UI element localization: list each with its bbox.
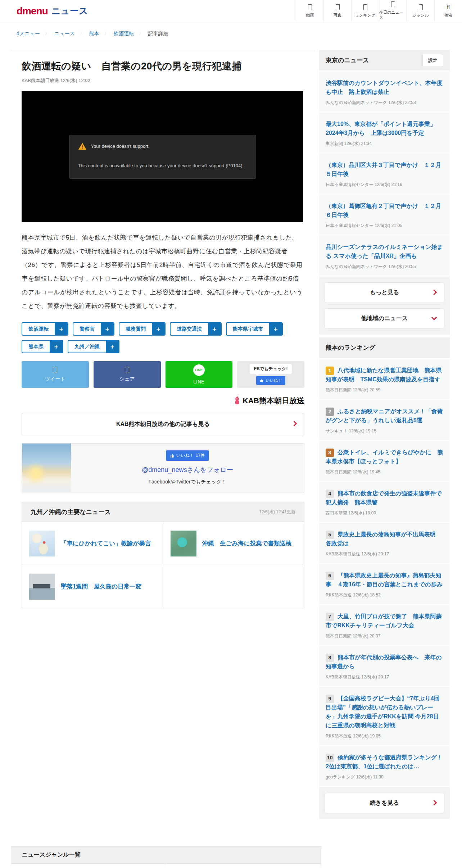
line-share-button[interactable]: LINE LINE [166,361,233,388]
see-more-button[interactable]: もっと見る [325,282,444,303]
settings-button[interactable]: 設定 [422,54,443,67]
news-thumbnail-sea [171,531,196,556]
today-news-icon [391,1,395,7]
ranking-item-4[interactable]: 4熊本市の飲食店で発生の強盗未遂事件で犯人摘発 熊本県警 西日本新聞 12/6(… [319,482,450,522]
tokyo-news-header: 東京のニュース 設定 [319,50,450,71]
news-time: 12/6(水) 11:30 [356,774,384,780]
ranking-item-3[interactable]: 3公衆トイレ、イルミできらびやかに 熊本県水俣市【ほっとフォト】 熊本日日新聞 … [319,441,450,481]
thumbs-up-icon [170,454,175,458]
tokyo-news-item-4[interactable]: （東京）葛飾区亀有２丁目で声かけ １２月６日午後 日本不審者情報センター 12/… [319,195,450,235]
news-time: 12/6(水) 20:17 [361,674,389,680]
tokyo-news-item-1[interactable]: 渋谷駅前のカウントダウンイベント、本年度も中止 路上飲酒は禁止 みんなの経済新聞… [319,72,450,112]
news-time: 12/6(水) 20:55 [388,264,416,269]
kyushu-news-grid: 「車にひかれてこい」教諭が暴言 沖縄 生ごみ海に投棄で書類送検 墜落1週間 屋久… [22,522,304,608]
add-tag-icon[interactable]: ＋ [208,323,221,335]
continue-button[interactable]: 続きを見る [325,793,444,813]
breadcrumb-kumamoto[interactable]: 熊本 [89,31,99,37]
tag-drunk-driving[interactable]: 飲酒運転 ＋ [22,322,68,336]
nav-item-genre[interactable]: ジャンル [407,0,434,22]
genre-list-header: ニュースジャンル一覧 [11,846,321,864]
add-tag-icon[interactable]: ＋ [269,323,282,335]
tag-kumamoto-pref[interactable]: 熊本県 ＋ [22,340,63,353]
nav-label: ランキング [355,13,375,18]
tokyo-news-item-5[interactable]: 品川シーズンテラスのイルミネーション始まる スマホ使った「品川XR」企画も みん… [319,236,450,276]
ranking-icon [363,4,367,10]
follow-like-button[interactable]: いいね！ 17件 [166,450,209,461]
rank-badge: 9 [326,695,334,703]
news-time: 12/6(水) 22:53 [388,100,416,105]
tag-kyushu-okinawa[interactable]: 九州／沖縄 ＋ [68,340,119,353]
breadcrumb-drunk-driving[interactable]: 飲酒運転 [114,31,134,37]
nav-item-ranking[interactable]: ランキング [351,0,379,22]
nav-item-photo[interactable]: 写真 [323,0,351,22]
add-tag-icon[interactable]: ＋ [152,323,165,335]
dmenu-logo-brand: dmenu [17,5,48,17]
news-source: 熊本日日新聞 [326,633,352,638]
tag-police-officer[interactable]: 警察官 ＋ [73,322,114,336]
rank-badge: 8 [326,654,334,662]
nav-item-video[interactable]: 動画 [296,0,323,22]
nav-item-today-news[interactable]: 今日のニュース [379,0,407,22]
rank-badge: 1 [326,367,334,375]
ranking-item-6[interactable]: 6『熊本県政史上最長の知事』蒲島郁夫知事 ４期16年・節目の言葉とこれまでの歩み… [319,564,450,604]
video-error-message: This content is unavailable to you becau… [78,163,247,168]
news-source: サンキュ！ [326,428,348,433]
tokyo-news-item-3[interactable]: （東京）品川区大井３丁目で声かけ １２月５日午後 日本不審者情報センター 12/… [319,154,450,194]
nav-label: 検索 [444,13,452,18]
ranking-item-10[interactable]: 10倹約家が多そうな都道府県ランキング！2位は東京都、1位に選ばれたのは… go… [319,746,450,786]
article-column: 飲酒運転の疑い 自営業の20代の男を現行犯逮捕 KAB熊本朝日放送 12/6(水… [11,50,315,623]
facebook-like-button[interactable]: いいね！ [256,376,285,385]
add-tag-icon[interactable]: ＋ [50,341,63,353]
news-time: 12/6(水) 19:45 [353,469,380,474]
news-time: 12/6(水) 18:52 [353,592,381,597]
tweet-button[interactable]: ツイート [22,361,89,388]
breadcrumb: dメニュー 〉 ニュース 〉 熊本 〉 飲酒運転 〉 記事詳細 [0,22,462,45]
follow-dmenu-news-link[interactable]: @dmenu_newsさんをフォロー [142,465,233,474]
kyushu-news-item-1[interactable]: 「車にひかれてこい」教諭が暴言 [22,522,163,565]
ranking-item-2[interactable]: 2ふるさと納税マニアがオススメ！「食費がグンと下がる」うれしい返礼品5選 サンキ… [319,400,450,440]
add-tag-icon[interactable]: ＋ [55,323,68,335]
ranking-item-1[interactable]: 1八代地域に新たな県営工業団地 熊本県知事が表明 TSMC効果の県南波及を目指す… [319,359,450,399]
dmenu-logo[interactable]: dmenu ニュース [0,0,88,22]
nav-item-search[interactable]: fl 検索 [434,0,462,22]
breadcrumb-news[interactable]: ニュース [54,31,75,37]
ranking-item-8[interactable]: 8熊本市が年代別の投票率公表へ 来年の知事選から KAB熊本朝日放送 12/6(… [319,646,450,686]
chevron-right-icon [291,421,297,427]
provider-row: KAB熊本朝日放送 [22,396,304,406]
tag-road-traffic-law[interactable]: 道路交通法 ＋ [170,322,222,336]
tokyo-news-title: 東京のニュース [326,56,369,64]
kumamoto-ranking-header: 熊本のランキング [319,337,450,358]
tokyo-news-footer-buttons: もっと見る 他地域のニュース [319,277,450,335]
ranking-item-5[interactable]: 5県政史上最長の蒲島知事が不出馬表明 各政党は KAB熊本朝日放送 12/6(水… [319,523,450,563]
ranking-item-7[interactable]: 7大里、竹田プロが技で魅了 熊本県阿蘇市でRKKチャリティーゴルフ大会 熊本日日… [319,605,450,645]
video-player[interactable]: ! Your device doesn't support. This cont… [22,91,303,222]
facebook-check-widget: FBでもチェック! いいね！ [237,361,304,388]
dmenu-logo-service: ニュース [51,5,88,17]
tokyo-news-item-2[interactable]: 最大10%、東京都が「ポイント還元事業」2024年3月から 上限は3000円を予… [319,113,450,153]
tag-police-questioning[interactable]: 職務質問 ＋ [119,322,166,336]
tag-uki-city[interactable]: 熊本県宇城市 ＋ [226,322,283,336]
news-time: 12/6(水) 21:34 [344,141,372,146]
facebook-share-button[interactable]: シェア [94,361,161,388]
kyushu-news-item-2[interactable]: 沖縄 生ごみ海に投棄で書類送検 [163,522,305,565]
tag-list: 飲酒運転 ＋ 警察官 ＋ 職務質問 ＋ 道路交通法 ＋ 熊本県宇城市 ＋ 熊本県… [22,322,309,353]
more-provider-articles-button[interactable]: KAB熊本朝日放送の他の記事も見る [22,413,304,435]
news-time: 12/6(水) 20:17 [361,551,389,556]
article-datetime: 12/6(水) 12:02 [60,78,90,83]
add-tag-icon[interactable]: ＋ [106,341,119,353]
add-tag-icon[interactable]: ＋ [101,323,114,335]
other-regions-button[interactable]: 他地域のニュース [325,308,444,329]
follow-promo-image [22,444,71,492]
breadcrumb-separator: 〉 [139,31,143,37]
breadcrumb-dmenu[interactable]: dメニュー [17,31,40,37]
kyushu-news-item-3[interactable]: 墜落1週間 屋久島の日常一変 [22,565,163,608]
ranking-item-9[interactable]: 9【全国高校ラグビー大会】“7年ぶり4回目出場”「感謝の想いが伝わる熱いプレーを… [319,687,450,745]
rank-badge: 5 [326,531,334,539]
kab-mascot-icon [234,396,240,406]
sidebar: 東京のニュース 設定 渋谷駅前のカウントダウンイベント、本年度も中止 路上飲酒は… [319,50,450,822]
search-icon: fl [447,4,450,10]
rank-badge: 10 [326,754,334,762]
nav-label: 今日のニュース [379,10,407,21]
news-source: RKK熊本放送 [326,592,352,597]
news-source: みんなの経済新聞ネットワーク [326,100,387,105]
